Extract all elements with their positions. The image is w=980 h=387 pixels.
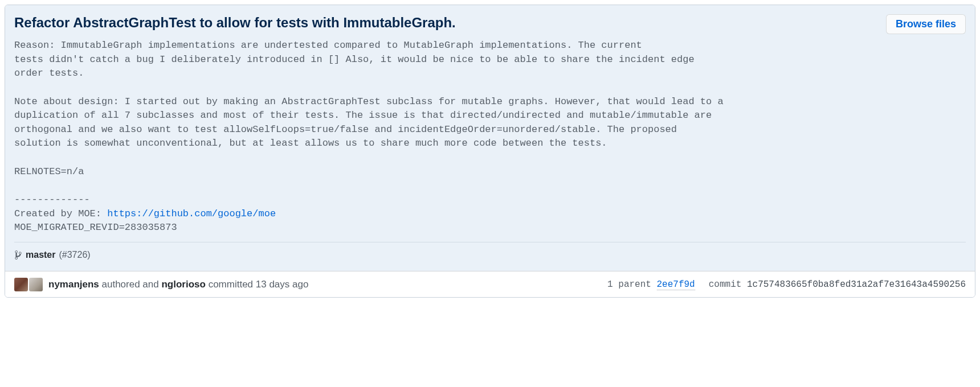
time-ago: 13 days ago <box>256 279 309 290</box>
meta-sha-section: 1 parent 2ee7f9d commit 1c757483665f0ba8… <box>607 278 966 291</box>
branch-row: master (#3726) <box>14 242 966 262</box>
title-row: Refactor AbstractGraphTest to allow for … <box>14 14 966 34</box>
branch-icon <box>14 250 22 260</box>
commit-title: Refactor AbstractGraphTest to allow for … <box>14 14 456 31</box>
avatar-author[interactable] <box>14 278 28 291</box>
commit-meta-bar: nymanjens authored and nglorioso committ… <box>5 271 975 298</box>
full-commit-sha: 1c757483665f0ba8fed31a2af7e31643a4590256 <box>747 279 966 290</box>
browse-files-button[interactable]: Browse files <box>886 14 966 34</box>
avatar-group <box>14 278 43 291</box>
commit-body-text-2: MOE_MIGRATED_REVID=283035873 <box>14 222 177 233</box>
commit-header: Refactor AbstractGraphTest to allow for … <box>5 5 975 271</box>
committed-label: committed <box>206 279 256 290</box>
commit-body: Reason: ImmutableGraph implementations a… <box>14 39 966 235</box>
author-line: nymanjens authored and nglorioso committ… <box>48 277 308 292</box>
pr-reference-link[interactable]: (#3726) <box>59 248 90 262</box>
authored-label: authored and <box>99 279 162 290</box>
branch-name-link[interactable]: master <box>26 248 55 262</box>
commit-card: Refactor AbstractGraphTest to allow for … <box>5 5 975 298</box>
committer-link[interactable]: nglorioso <box>161 279 205 290</box>
moe-link[interactable]: https://github.com/google/moe <box>107 208 276 219</box>
parent-commit: 1 parent 2ee7f9d <box>607 278 695 291</box>
avatar-committer[interactable] <box>29 278 43 291</box>
parent-sha-link[interactable]: 2ee7f9d <box>657 279 695 290</box>
parent-label: 1 parent <box>607 279 656 290</box>
commit-label: commit <box>709 279 747 290</box>
commit-sha-block: commit 1c757483665f0ba8fed31a2af7e31643a… <box>709 278 966 291</box>
author-link[interactable]: nymanjens <box>48 279 99 290</box>
commit-body-text-1: Reason: ImmutableGraph implementations a… <box>14 40 724 219</box>
meta-authors: nymanjens authored and nglorioso committ… <box>14 277 308 292</box>
